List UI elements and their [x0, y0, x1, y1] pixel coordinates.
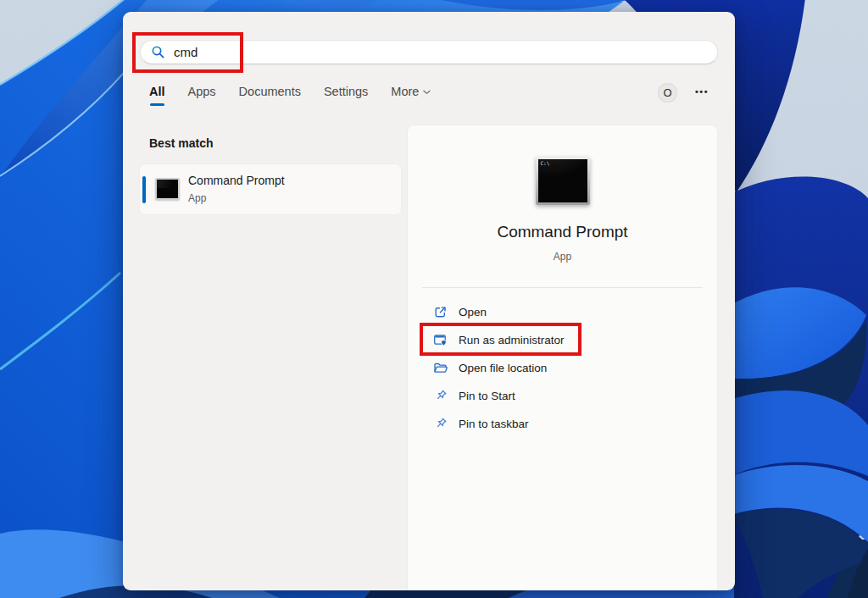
desktop: All Apps Documents Settings More [0, 0, 868, 598]
open-external-icon [433, 305, 448, 319]
action-open-file-location-label: Open file location [459, 362, 547, 374]
best-match-result-command-prompt[interactable]: Command Prompt App [140, 164, 401, 214]
pin-icon [433, 389, 448, 403]
tab-more[interactable]: More [391, 85, 431, 98]
tab-settings-label: Settings [324, 85, 368, 98]
action-pin-to-start-label: Pin to Start [459, 390, 515, 402]
options-ellipsis-button[interactable]: ••• [691, 86, 713, 97]
run-as-admin-icon [433, 333, 448, 347]
command-prompt-screen: C:\ [538, 159, 587, 202]
result-title: Command Prompt [188, 174, 285, 187]
pin-icon [433, 417, 448, 431]
tab-more-label: More [391, 85, 419, 98]
command-prompt-icon-large: C:\ [536, 157, 590, 205]
tab-documents-label: Documents [239, 85, 301, 98]
preview-title: Command Prompt [408, 223, 717, 241]
command-prompt-glyph-text: C:\ [541, 161, 550, 166]
avatar-letter: O [663, 86, 671, 99]
filter-tabs: All Apps Documents Settings More [149, 85, 431, 106]
action-open[interactable]: Open [408, 298, 717, 326]
search-flyout-window: All Apps Documents Settings More [123, 12, 735, 590]
search-field[interactable] [140, 40, 718, 64]
action-open-file-location[interactable]: Open file location [408, 354, 717, 382]
action-pin-to-start[interactable]: Pin to Start [408, 382, 717, 410]
preview-subtitle: App [408, 251, 717, 263]
result-subtitle: App [188, 192, 206, 204]
command-prompt-icon [155, 178, 180, 200]
active-tab-underline [150, 103, 164, 106]
folder-icon [433, 361, 448, 375]
action-run-as-admin-label: Run as administrator [459, 334, 565, 346]
best-match-header: Best match [149, 136, 213, 150]
tab-all[interactable]: All [149, 85, 165, 106]
tab-apps-label: Apps [188, 85, 216, 98]
action-run-as-administrator[interactable]: Run as administrator [408, 326, 717, 354]
chevron-down-icon [423, 90, 431, 95]
action-list: Open Run as administrator Open fi [408, 298, 717, 438]
tab-documents[interactable]: Documents [239, 85, 301, 98]
action-pin-to-taskbar-label: Pin to taskbar [459, 418, 529, 430]
action-pin-to-taskbar[interactable]: Pin to taskbar [408, 410, 717, 438]
panel-divider [422, 287, 703, 288]
preview-panel: C:\ Command Prompt App Open [408, 125, 717, 590]
search-icon [151, 45, 165, 59]
tab-settings[interactable]: Settings [324, 85, 368, 98]
selection-accent-bar [142, 176, 146, 203]
tab-apps[interactable]: Apps [188, 85, 216, 98]
search-input[interactable] [174, 45, 707, 59]
account-avatar[interactable]: O [658, 83, 677, 102]
tab-all-label: All [149, 85, 165, 98]
action-open-label: Open [459, 306, 487, 318]
